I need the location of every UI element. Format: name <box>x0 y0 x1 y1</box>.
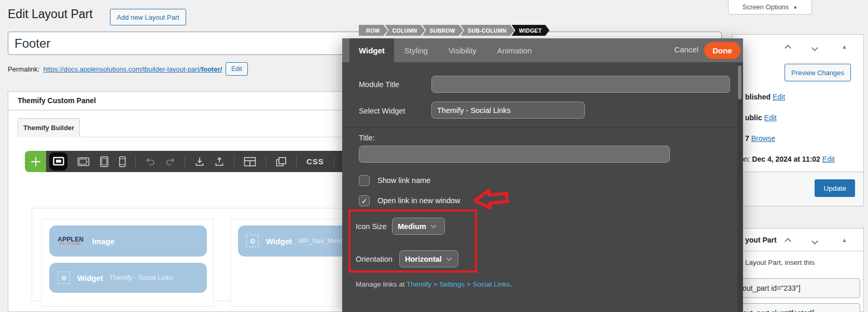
page-title: Edit Layout Part <box>8 7 93 21</box>
show-link-name-label: Show link name <box>377 176 430 185</box>
add-new-layout-part-button[interactable]: Add new Layout Part <box>110 9 186 25</box>
orientation-label: Orientation <box>356 255 393 263</box>
widget-gear-icon <box>246 235 259 247</box>
undo-icon <box>145 157 156 166</box>
shortcode-slug-input[interactable]: out_part slug="footer"] <box>737 303 860 312</box>
collapse-toggle-icon[interactable] <box>842 41 849 49</box>
desktop-icon <box>53 157 64 167</box>
status-row: blished Edit <box>745 93 785 101</box>
module-label: Image <box>92 237 114 246</box>
widget-gear-icon <box>58 272 70 284</box>
revisions-browse-link[interactable]: Browse <box>751 134 776 143</box>
module-label: Widget <box>77 274 103 282</box>
preview-changes-button[interactable]: Preview Changes <box>785 64 851 81</box>
themify-settings-link[interactable]: Themify > Settings > Social Links <box>407 280 510 288</box>
divider <box>342 127 743 128</box>
chevron-down-icon <box>446 255 452 261</box>
divider <box>234 155 234 168</box>
tablet-landscape-button[interactable] <box>77 157 90 167</box>
orientation-dropdown[interactable]: Horizontal <box>399 250 458 267</box>
module-widget-social-links[interactable]: Widget Themify - Social Links <box>49 263 207 293</box>
tab-styling[interactable]: Styling <box>394 38 438 62</box>
export-button[interactable] <box>214 157 225 167</box>
breadcrumb-sub-column[interactable]: SUB-COLUMN <box>460 25 514 36</box>
module-image[interactable]: APPLEN SOLUTIONS Image <box>49 225 207 257</box>
divider <box>265 155 266 168</box>
undo-button[interactable] <box>145 157 156 166</box>
visibility-edit-link[interactable]: Edit <box>764 114 777 122</box>
revisions-row: 7 Browse <box>745 134 775 143</box>
duplicate-icon <box>275 157 287 167</box>
icon-size-label: Icon Size <box>356 222 387 231</box>
add-module-button[interactable] <box>25 151 46 172</box>
module-breadcrumb: ROW COLUMN SUBROW SUB-COLUMN WIDGET <box>359 25 547 36</box>
module-title-input[interactable] <box>431 76 730 93</box>
widget-title-input[interactable] <box>359 146 670 163</box>
layout-grid-icon <box>244 157 256 167</box>
redo-icon <box>165 157 175 166</box>
modal-scrollbar[interactable] <box>737 63 742 312</box>
panel-title: Themify Custom Panel <box>18 96 96 105</box>
tab-animation[interactable]: Animation <box>487 38 542 62</box>
tab-visibility[interactable]: Visibility <box>438 38 487 62</box>
scrollbar-thumb[interactable] <box>738 65 741 100</box>
modal-header: Widget Styling Visibility Animation Canc… <box>342 38 743 62</box>
module-detail: Themify - Social Links <box>109 274 173 281</box>
tab-widget[interactable]: Widget <box>349 38 394 62</box>
icon-size-dropdown[interactable]: Medium <box>392 218 445 235</box>
permalink-edit-button[interactable]: Edit <box>226 62 248 76</box>
import-icon <box>194 157 205 167</box>
permalink-link[interactable]: https://docs.applensolutions.com/tbuilde… <box>43 65 222 73</box>
update-button[interactable]: Update <box>815 179 855 197</box>
layout-part-metabox: yout Part Layout Part, insert this out_p… <box>732 228 864 312</box>
caret-down-icon <box>793 3 797 11</box>
export-icon <box>214 157 225 167</box>
builder-column-1: APPLEN SOLUTIONS Image Widget Themify - … <box>41 219 214 307</box>
cancel-button[interactable]: Cancel <box>674 45 698 54</box>
select-widget-dropdown[interactable]: Themify - Social Links <box>431 102 585 119</box>
move-down-icon[interactable] <box>813 236 820 244</box>
permalink-row: Permalink: https://docs.applensolutions.… <box>8 62 248 76</box>
shortcode-id-input[interactable]: out_part id="233"] <box>737 278 860 298</box>
shortcode-description: Layout Part, insert this <box>745 259 815 266</box>
applen-logo: APPLEN SOLUTIONS <box>58 236 83 246</box>
import-button[interactable] <box>194 157 205 167</box>
done-button[interactable]: Done <box>704 42 740 59</box>
breadcrumb-column[interactable]: COLUMN <box>385 25 425 36</box>
screen-options-button[interactable]: Screen Options <box>728 0 812 15</box>
collapse-toggle-icon[interactable] <box>842 235 849 242</box>
breadcrumb-widget[interactable]: WIDGET <box>512 25 550 36</box>
tablet-portrait-icon <box>99 156 109 167</box>
breadcrumb-subrow[interactable]: SUBROW <box>422 25 463 36</box>
divider <box>296 155 297 168</box>
divider <box>135 155 136 168</box>
tablet-portrait-button[interactable] <box>99 156 109 167</box>
mobile-view-button[interactable] <box>119 156 126 167</box>
open-link-new-window-label: Open link in new window <box>377 196 460 205</box>
breadcrumb-row[interactable]: ROW <box>359 25 388 36</box>
move-up-icon[interactable] <box>786 236 793 244</box>
show-link-name-checkbox[interactable] <box>359 175 370 186</box>
css-button[interactable]: CSS <box>306 157 324 166</box>
move-up-icon[interactable] <box>786 43 793 50</box>
divider <box>334 155 334 168</box>
desktop-view-button[interactable] <box>49 152 67 171</box>
tab-themify-builder[interactable]: Themify Builder <box>18 118 80 137</box>
published-edit-link[interactable]: Edit <box>822 155 835 163</box>
duplicate-button[interactable] <box>275 157 287 167</box>
module-detail: WP_Nav_Menu_ <box>298 237 347 245</box>
metabox-header: yout Part <box>733 229 863 251</box>
publish-metabox: Preview Changes blished Edit ublic Edit … <box>732 34 864 206</box>
open-link-new-window-checkbox[interactable]: ✓ <box>359 195 370 206</box>
status-edit-link[interactable]: Edit <box>773 93 785 101</box>
layouts-button[interactable] <box>244 157 256 167</box>
metabox-title: yout Part <box>745 236 777 244</box>
plus-icon <box>30 156 41 167</box>
mobile-icon <box>119 156 126 167</box>
tablet-landscape-icon <box>77 157 90 167</box>
redo-button[interactable] <box>165 157 175 166</box>
move-down-icon[interactable] <box>813 43 820 50</box>
module-label: Widget <box>266 237 292 246</box>
visibility-row: ublic Edit <box>745 114 777 122</box>
widget-settings-modal: Widget Styling Visibility Animation Canc… <box>342 38 743 312</box>
